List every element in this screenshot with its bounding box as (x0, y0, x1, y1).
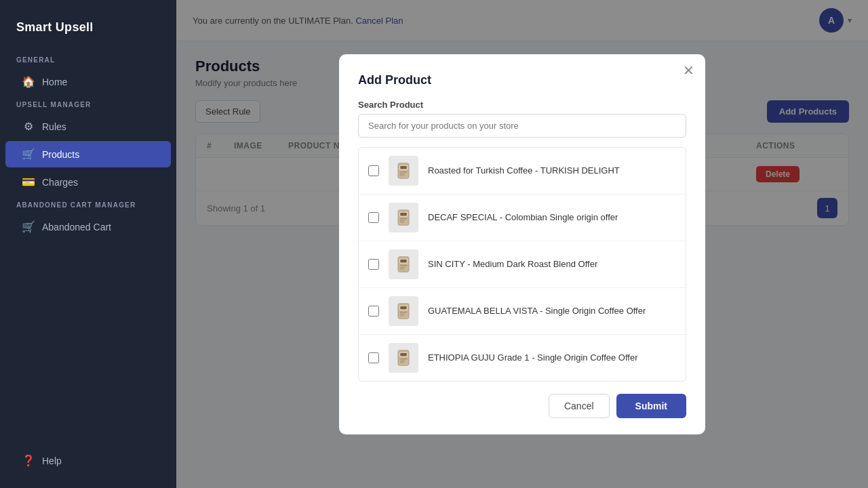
svg-rect-5 (399, 175, 403, 176)
product-thumbnail (389, 156, 418, 186)
modal-footer: Cancel Submit (358, 394, 686, 418)
submit-button[interactable]: Submit (616, 394, 686, 418)
svg-rect-15 (399, 264, 407, 266)
sidebar-item-label: Abandoned Cart (42, 222, 111, 232)
search-input[interactable] (358, 114, 686, 138)
svg-rect-23 (399, 315, 403, 316)
svg-rect-2 (400, 165, 407, 169)
svg-rect-10 (399, 220, 405, 221)
list-item: Roasted for Turkish Coffee - TURKISH DEL… (359, 148, 686, 195)
list-item: ETHIOPIA GUJU Grade 1 - Single Origin Co… (359, 335, 686, 381)
sidebar-item-label: Charges (42, 177, 78, 188)
sidebar-item-label: Home (42, 77, 67, 87)
product-thumbnail (389, 343, 418, 373)
svg-rect-4 (399, 174, 405, 174)
sidebar-item-products[interactable]: 🛒 Products (5, 141, 171, 167)
product-checkbox[interactable] (368, 259, 379, 270)
sidebar-item-label: Products (42, 149, 79, 160)
modal-close-button[interactable]: ✕ (683, 64, 694, 77)
abandoned-cart-icon: 🛒 (22, 220, 35, 233)
svg-rect-16 (399, 267, 405, 268)
rules-icon: ⚙ (22, 120, 35, 133)
svg-rect-28 (399, 361, 405, 361)
product-name: SIN CITY - Medium Dark Roast Blend Offer (428, 259, 597, 269)
help-icon: ❓ (22, 454, 35, 467)
product-list: Roasted for Turkish Coffee - TURKISH DEL… (358, 147, 686, 382)
modal-title: Add Product (358, 73, 686, 87)
sidebar-item-label: Help (42, 455, 62, 466)
product-name: ETHIOPIA GUJU Grade 1 - Single Origin Co… (428, 352, 637, 363)
svg-rect-17 (399, 268, 403, 269)
cancel-button[interactable]: Cancel (549, 394, 610, 418)
product-thumbnail (389, 296, 418, 326)
product-name: GUATEMALA BELLA VISTA - Single Origin Co… (428, 306, 646, 316)
svg-rect-14 (400, 259, 407, 262)
sidebar-item-label: Rules (42, 121, 66, 132)
sidebar-item-abandoned-cart[interactable]: 🛒 Abandoned Cart (5, 214, 171, 240)
svg-rect-8 (400, 212, 407, 216)
product-name: DECAF SPECIAL - Colombian Single origin … (428, 212, 618, 222)
svg-rect-26 (400, 352, 407, 356)
sidebar-item-rules[interactable]: ⚙ Rules (5, 113, 171, 140)
product-thumbnail (389, 203, 418, 232)
product-checkbox[interactable] (368, 306, 379, 317)
product-checkbox[interactable] (368, 352, 379, 363)
sidebar-item-home[interactable]: 🏠 Home (5, 68, 171, 95)
svg-rect-27 (399, 358, 407, 359)
search-label: Search Product (358, 100, 686, 110)
svg-rect-29 (399, 362, 403, 363)
list-item: GUATEMALA BELLA VISTA - Single Origin Co… (359, 288, 686, 335)
charges-icon: 💳 (22, 176, 35, 188)
sidebar-logo: Smart Upsell (0, 14, 176, 51)
main-content: You are currently on the ULTIMATE Plan. … (176, 0, 868, 488)
svg-rect-21 (399, 311, 407, 312)
svg-rect-20 (400, 306, 407, 309)
sidebar-section-general: GENERAL (0, 51, 176, 68)
sidebar-section-upsell: UPSELL MANAGER (0, 96, 176, 113)
product-checkbox[interactable] (368, 212, 379, 223)
svg-rect-22 (399, 314, 405, 314)
sidebar-item-help[interactable]: ❓ Help (5, 447, 171, 474)
product-checkbox[interactable] (368, 165, 379, 176)
svg-rect-9 (399, 218, 407, 219)
sidebar-item-charges[interactable]: 💳 Charges (5, 169, 171, 195)
home-icon: 🏠 (22, 75, 35, 88)
add-product-modal: Add Product ✕ Search Product Roasted for… (339, 54, 705, 434)
products-icon: 🛒 (22, 148, 35, 161)
product-name: Roasted for Turkish Coffee - TURKISH DEL… (428, 165, 620, 176)
product-thumbnail (389, 249, 418, 279)
sidebar: Smart Upsell GENERAL 🏠 Home UPSELL MANAG… (0, 0, 176, 488)
modal-overlay: Add Product ✕ Search Product Roasted for… (176, 0, 868, 488)
sidebar-section-abandoned: ABANDONED CART MANAGER (0, 196, 176, 213)
svg-rect-11 (399, 222, 403, 222)
list-item: SIN CITY - Medium Dark Roast Blend Offer (359, 241, 686, 288)
svg-rect-3 (399, 171, 407, 172)
list-item: DECAF SPECIAL - Colombian Single origin … (359, 195, 686, 241)
